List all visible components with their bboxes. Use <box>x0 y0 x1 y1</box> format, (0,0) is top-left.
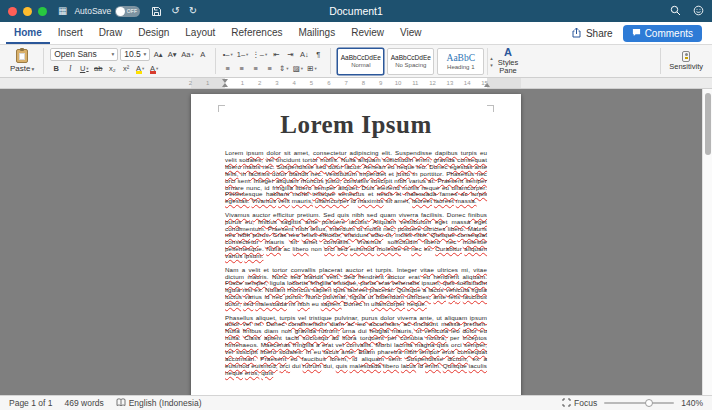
subscript-icon[interactable]: x₂ <box>106 63 118 75</box>
undo-icon[interactable]: ↺ <box>171 6 179 16</box>
redo-icon[interactable]: ↻ <box>189 6 197 16</box>
tab-mailings[interactable]: Mailings <box>290 22 343 44</box>
styles-gallery-scroll[interactable]: ▴ ▾ <box>487 48 493 75</box>
zoom-slider-knob[interactable] <box>645 399 653 407</box>
font-name-value: Open Sans <box>54 49 97 59</box>
group-separator <box>43 48 44 74</box>
paragraph[interactable]: Vivamus auctor efficitur pretium. Sed qu… <box>225 212 487 260</box>
style-normal[interactable]: AaBbCcDdEeNormal <box>337 48 384 75</box>
clear-formatting-icon[interactable]: A <box>197 48 209 60</box>
strikethrough-icon[interactable]: ab <box>92 63 104 75</box>
align-right-icon[interactable]: ≡ <box>250 62 262 74</box>
styles-pane-label: Styles Pane <box>498 59 518 76</box>
font-color-icon[interactable]: A <box>148 63 160 75</box>
tab-view[interactable]: View <box>392 22 430 44</box>
style-heading-1[interactable]: AaBbCHeading 1 <box>437 48 484 75</box>
numbered-list-icon[interactable]: 1– <box>236 48 250 60</box>
increase-font-size-icon[interactable]: A▴ <box>152 48 164 60</box>
font-size-select[interactable]: 10.5 ▾ <box>120 48 150 61</box>
paragraphs: Lorem ipsum dolor sit amet, consectetur … <box>191 150 521 377</box>
zoom-level[interactable]: 140% <box>681 398 703 408</box>
close-window-button[interactable] <box>8 7 17 16</box>
italic-icon[interactable]: I <box>64 63 76 75</box>
bullet-list-icon[interactable]: •– <box>222 48 234 60</box>
paste-button[interactable]: Paste▾ <box>7 49 37 73</box>
style-no-spacing[interactable]: AaBbCcDdEeNo Spacing <box>387 48 434 75</box>
superscript-icon[interactable]: x² <box>120 63 132 75</box>
ruler-mark: 2 <box>189 78 192 89</box>
document-title: Document1 <box>329 5 383 17</box>
word-count[interactable]: 469 words <box>64 398 103 408</box>
dropdown-arrow-icon: ▾ <box>111 51 114 57</box>
sort-icon[interactable]: A↓ <box>298 48 310 60</box>
comment-icon <box>632 28 641 39</box>
tab-review[interactable]: Review <box>343 22 392 44</box>
tab-layout[interactable]: Layout <box>177 22 223 44</box>
tab-draw[interactable]: Draw <box>91 22 130 44</box>
font-size-value: 10.5 <box>124 49 141 59</box>
tab-insert[interactable]: Insert <box>50 22 91 44</box>
focus-button[interactable]: Focus <box>562 398 597 409</box>
style-preview: AaBbC <box>447 53 476 63</box>
multilevel-list-icon[interactable]: ⋮– <box>251 48 268 60</box>
paragraph[interactable]: Nam a velit et tortor convallis placerat… <box>225 267 487 308</box>
feedback-smiley-icon[interactable] <box>693 2 704 20</box>
increase-indent-icon[interactable]: ⇥ <box>284 48 296 60</box>
minimize-window-button[interactable] <box>23 7 32 16</box>
ruler-mark: 2 <box>258 78 261 89</box>
gallery-up-icon[interactable]: ▴ <box>490 55 493 61</box>
tab-design[interactable]: Design <box>130 22 177 44</box>
save-icon[interactable] <box>151 6 162 17</box>
text-highlight-icon[interactable]: A <box>134 63 146 75</box>
gallery-down-icon[interactable]: ▾ <box>490 62 493 68</box>
word-window: ▦ AutoSave OFF ↺ ↻ Document1 HomeInsertD… <box>0 0 712 410</box>
tab-references[interactable]: References <box>223 22 290 44</box>
underline-icon[interactable]: U <box>78 63 90 75</box>
vertical-scrollbar[interactable] <box>702 89 712 395</box>
search-icon[interactable] <box>670 2 681 20</box>
autosave-state: OFF <box>127 8 138 14</box>
zoom-window-button[interactable] <box>38 7 47 16</box>
dropdown-arrow-icon: ▾ <box>143 51 146 57</box>
autosave-control: AutoSave OFF <box>74 6 140 17</box>
font-name-select[interactable]: Open Sans ▾ <box>50 48 118 61</box>
show-formatting-icon[interactable]: ¶ <box>312 48 324 60</box>
page-indicator[interactable]: Page 1 of 1 <box>9 398 52 408</box>
status-bar: Page 1 of 1 469 words English (Indonesia… <box>0 395 712 410</box>
style-name: No Spacing <box>395 62 426 68</box>
document-heading[interactable]: Lorem Ipsum <box>191 111 521 139</box>
line-spacing-icon[interactable]: ⇕ <box>278 62 290 74</box>
decrease-font-size-icon[interactable]: A▾ <box>166 48 178 60</box>
ruler-mark: 6 <box>327 78 330 89</box>
shading-icon[interactable]: ▨ <box>292 62 304 74</box>
ribbon: Paste▾ Open Sans ▾ 10.5 ▾ A▴A▾AaA BIUabx… <box>0 45 712 78</box>
page[interactable]: Lorem Ipsum Lorem ipsum dolor sit amet, … <box>191 94 521 395</box>
share-button[interactable]: Share <box>571 27 613 40</box>
justify-icon[interactable]: ≡ <box>264 62 276 74</box>
change-case-icon[interactable]: Aa <box>180 48 194 60</box>
sensitivity-button[interactable]: Sensitivity <box>667 51 705 71</box>
align-center-icon[interactable]: ≡ <box>236 62 248 74</box>
bold-icon[interactable]: B <box>50 63 62 75</box>
decrease-indent-icon[interactable]: ⇤ <box>270 48 282 60</box>
styles-pane-button[interactable]: A Styles Pane <box>496 47 520 76</box>
style-preview: AaBbCcDdEe <box>391 54 431 61</box>
autosave-toggle[interactable]: OFF <box>115 6 140 17</box>
zoom-slider[interactable] <box>604 402 674 404</box>
ruler-mark: 14 <box>464 78 471 89</box>
scrollbar-thumb[interactable] <box>705 93 711 155</box>
sensitivity-badge-icon <box>682 51 690 62</box>
borders-icon[interactable]: ⊞ <box>306 62 318 74</box>
view-switcher-icon[interactable]: ▦ <box>58 6 67 16</box>
hanging-indent-marker[interactable] <box>222 83 228 87</box>
paragraph[interactable]: Lorem ipsum dolor sit amet, consectetur … <box>225 150 487 205</box>
share-icon <box>571 27 582 40</box>
margin-crop-mark <box>487 105 494 112</box>
comments-button[interactable]: Comments <box>623 25 702 42</box>
ruler-mark: 12 <box>429 78 436 89</box>
language-indicator[interactable]: English (Indonesia) <box>116 398 202 409</box>
paragraph[interactable]: Phasellus aliquet, turpis vel tristique … <box>225 315 487 377</box>
align-left-icon[interactable]: ≡ <box>222 62 234 74</box>
tab-home[interactable]: Home <box>6 22 50 44</box>
page-info-text: Page 1 of 1 <box>9 398 52 408</box>
